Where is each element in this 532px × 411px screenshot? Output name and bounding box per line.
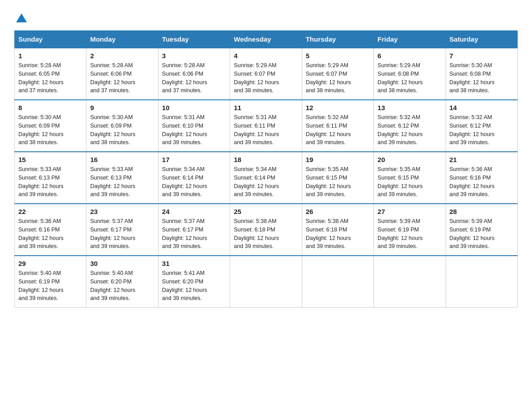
page-header (14, 11, 518, 21)
day-number: 9 (90, 104, 154, 111)
calendar-cell: 12Sunrise: 5:32 AMSunset: 6:11 PMDayligh… (302, 100, 373, 152)
day-info: Sunrise: 5:41 AMSunset: 6:20 PMDaylight:… (162, 269, 226, 303)
header-day-thursday: Thursday (302, 31, 373, 48)
day-info: Sunrise: 5:38 AMSunset: 6:18 PMDaylight:… (234, 217, 298, 251)
day-number: 1 (18, 52, 82, 60)
logo (14, 11, 28, 21)
calendar-cell: 14Sunrise: 5:32 AMSunset: 6:12 PMDayligh… (446, 100, 517, 152)
calendar-cell: 18Sunrise: 5:34 AMSunset: 6:14 PMDayligh… (230, 152, 302, 204)
day-info: Sunrise: 5:40 AMSunset: 6:19 PMDaylight:… (18, 269, 82, 303)
day-info: Sunrise: 5:39 AMSunset: 6:19 PMDaylight:… (378, 217, 442, 251)
calendar-table: SundayMondayTuesdayWednesdayThursdayFrid… (14, 30, 518, 308)
day-number: 22 (18, 208, 82, 215)
header-day-monday: Monday (86, 31, 158, 48)
day-info: Sunrise: 5:28 AMSunset: 6:05 PMDaylight:… (18, 61, 82, 95)
day-info: Sunrise: 5:29 AMSunset: 6:08 PMDaylight:… (378, 61, 442, 95)
calendar-cell: 2Sunrise: 5:28 AMSunset: 6:06 PMDaylight… (86, 48, 158, 100)
calendar-cell: 3Sunrise: 5:28 AMSunset: 6:06 PMDaylight… (158, 48, 230, 100)
day-info: Sunrise: 5:31 AMSunset: 6:11 PMDaylight:… (234, 113, 298, 147)
day-info: Sunrise: 5:30 AMSunset: 6:09 PMDaylight:… (18, 113, 82, 147)
day-number: 15 (18, 156, 82, 163)
day-info: Sunrise: 5:39 AMSunset: 6:19 PMDaylight:… (450, 217, 514, 251)
day-info: Sunrise: 5:37 AMSunset: 6:17 PMDaylight:… (162, 217, 226, 251)
calendar-week-row: 22Sunrise: 5:36 AMSunset: 6:16 PMDayligh… (15, 204, 518, 256)
calendar-week-row: 29Sunrise: 5:40 AMSunset: 6:19 PMDayligh… (15, 256, 518, 308)
calendar-cell: 13Sunrise: 5:32 AMSunset: 6:12 PMDayligh… (374, 100, 446, 152)
day-info: Sunrise: 5:30 AMSunset: 6:08 PMDaylight:… (450, 61, 514, 95)
day-number: 20 (378, 156, 442, 163)
calendar-cell: 31Sunrise: 5:41 AMSunset: 6:20 PMDayligh… (158, 256, 230, 308)
calendar-cell: 25Sunrise: 5:38 AMSunset: 6:18 PMDayligh… (230, 204, 302, 256)
logo-triangle-icon (15, 12, 28, 24)
header-day-sunday: Sunday (15, 31, 86, 48)
day-number: 8 (18, 104, 82, 111)
day-number: 17 (162, 156, 226, 163)
day-number: 21 (450, 156, 514, 163)
day-number: 4 (234, 52, 298, 60)
day-info: Sunrise: 5:36 AMSunset: 6:16 PMDaylight:… (450, 165, 514, 199)
calendar-cell: 5Sunrise: 5:29 AMSunset: 6:07 PMDaylight… (302, 48, 373, 100)
day-info: Sunrise: 5:40 AMSunset: 6:20 PMDaylight:… (90, 269, 154, 303)
day-number: 23 (90, 208, 154, 215)
calendar-cell (374, 256, 446, 308)
calendar-cell: 15Sunrise: 5:33 AMSunset: 6:13 PMDayligh… (15, 152, 86, 204)
day-info: Sunrise: 5:29 AMSunset: 6:07 PMDaylight:… (234, 61, 298, 95)
day-number: 6 (378, 52, 442, 60)
day-info: Sunrise: 5:34 AMSunset: 6:14 PMDaylight:… (162, 165, 226, 199)
calendar-cell: 20Sunrise: 5:35 AMSunset: 6:15 PMDayligh… (374, 152, 446, 204)
day-info: Sunrise: 5:37 AMSunset: 6:17 PMDaylight:… (90, 217, 154, 251)
calendar-cell: 28Sunrise: 5:39 AMSunset: 6:19 PMDayligh… (446, 204, 517, 256)
day-number: 27 (378, 208, 442, 215)
calendar-week-row: 1Sunrise: 5:28 AMSunset: 6:05 PMDaylight… (15, 48, 518, 100)
day-info: Sunrise: 5:32 AMSunset: 6:11 PMDaylight:… (306, 113, 370, 147)
day-number: 13 (378, 104, 442, 111)
day-number: 19 (306, 156, 370, 163)
calendar-cell: 22Sunrise: 5:36 AMSunset: 6:16 PMDayligh… (15, 204, 86, 256)
day-info: Sunrise: 5:29 AMSunset: 6:07 PMDaylight:… (306, 61, 370, 95)
day-info: Sunrise: 5:38 AMSunset: 6:18 PMDaylight:… (306, 217, 370, 251)
calendar-cell: 11Sunrise: 5:31 AMSunset: 6:11 PMDayligh… (230, 100, 302, 152)
calendar-cell: 8Sunrise: 5:30 AMSunset: 6:09 PMDaylight… (15, 100, 86, 152)
calendar-cell: 17Sunrise: 5:34 AMSunset: 6:14 PMDayligh… (158, 152, 230, 204)
calendar-cell: 4Sunrise: 5:29 AMSunset: 6:07 PMDaylight… (230, 48, 302, 100)
day-number: 26 (306, 208, 370, 215)
calendar-header-row: SundayMondayTuesdayWednesdayThursdayFrid… (15, 31, 518, 48)
day-info: Sunrise: 5:35 AMSunset: 6:15 PMDaylight:… (378, 165, 442, 199)
day-number: 28 (450, 208, 514, 215)
calendar-cell: 30Sunrise: 5:40 AMSunset: 6:20 PMDayligh… (86, 256, 158, 308)
day-number: 5 (306, 52, 370, 60)
calendar-cell (446, 256, 517, 308)
calendar-cell: 9Sunrise: 5:30 AMSunset: 6:09 PMDaylight… (86, 100, 158, 152)
svg-marker-0 (16, 13, 27, 22)
day-info: Sunrise: 5:32 AMSunset: 6:12 PMDaylight:… (378, 113, 442, 147)
day-number: 31 (162, 260, 226, 267)
day-info: Sunrise: 5:33 AMSunset: 6:13 PMDaylight:… (18, 165, 82, 199)
calendar-body: 1Sunrise: 5:28 AMSunset: 6:05 PMDaylight… (15, 48, 518, 308)
day-number: 25 (234, 208, 298, 215)
header-day-saturday: Saturday (446, 31, 517, 48)
day-info: Sunrise: 5:28 AMSunset: 6:06 PMDaylight:… (162, 61, 226, 95)
day-info: Sunrise: 5:34 AMSunset: 6:14 PMDaylight:… (234, 165, 298, 199)
day-number: 29 (18, 260, 82, 267)
calendar-cell: 1Sunrise: 5:28 AMSunset: 6:05 PMDaylight… (15, 48, 86, 100)
day-number: 30 (90, 260, 154, 267)
calendar-cell: 7Sunrise: 5:30 AMSunset: 6:08 PMDaylight… (446, 48, 517, 100)
day-info: Sunrise: 5:30 AMSunset: 6:09 PMDaylight:… (90, 113, 154, 147)
calendar-cell (230, 256, 302, 308)
day-number: 16 (90, 156, 154, 163)
header-day-tuesday: Tuesday (158, 31, 230, 48)
day-number: 7 (450, 52, 514, 60)
calendar-cell: 23Sunrise: 5:37 AMSunset: 6:17 PMDayligh… (86, 204, 158, 256)
day-info: Sunrise: 5:36 AMSunset: 6:16 PMDaylight:… (18, 217, 82, 251)
day-number: 14 (450, 104, 514, 111)
day-info: Sunrise: 5:35 AMSunset: 6:15 PMDaylight:… (306, 165, 370, 199)
header-day-wednesday: Wednesday (230, 31, 302, 48)
calendar-cell: 21Sunrise: 5:36 AMSunset: 6:16 PMDayligh… (446, 152, 517, 204)
calendar-cell: 26Sunrise: 5:38 AMSunset: 6:18 PMDayligh… (302, 204, 373, 256)
calendar-cell: 16Sunrise: 5:33 AMSunset: 6:13 PMDayligh… (86, 152, 158, 204)
calendar-cell: 6Sunrise: 5:29 AMSunset: 6:08 PMDaylight… (374, 48, 446, 100)
calendar-cell: 10Sunrise: 5:31 AMSunset: 6:10 PMDayligh… (158, 100, 230, 152)
calendar-cell: 29Sunrise: 5:40 AMSunset: 6:19 PMDayligh… (15, 256, 86, 308)
header-day-friday: Friday (374, 31, 446, 48)
calendar-cell: 27Sunrise: 5:39 AMSunset: 6:19 PMDayligh… (374, 204, 446, 256)
